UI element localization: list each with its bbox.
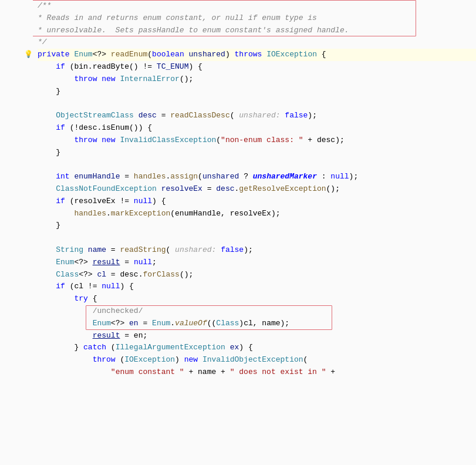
space5 [134,110,139,122]
end3: (); [326,183,340,196]
if1-close: ) { [188,61,202,73]
icon-slot-27 [23,318,33,330]
bulb-icon[interactable]: 💡 [24,49,33,60]
keyword-try: try [74,293,87,305]
indent17 [38,293,74,305]
end6: (); [180,269,193,281]
if4-content: (cl != [65,281,102,293]
space-t1 [97,73,102,86]
generic4: <?> [111,318,129,330]
var-result: result [93,257,120,269]
hint-unshared1: unshared: [239,110,280,122]
icon-slot-20 [23,232,33,244]
keyword-if1: if [56,61,65,73]
space14: ( [116,354,125,366]
paren6: ( [166,244,175,257]
cast-class: Class [216,318,239,330]
var-unsharedmarker: unsharedMarker [253,171,317,183]
close-brace4: } [74,342,83,354]
method-rs: readString [120,244,166,257]
type-osc: ObjectStreamClass [56,110,134,122]
type-enum3: Enum [93,318,111,330]
code-line-30: throw ( IOException ) new InvalidObjectE… [38,354,476,366]
end2: ); [349,171,359,183]
code-line-24: if (cl != null ) { [38,281,476,293]
concat3: + [326,366,336,379]
space15 [198,354,202,366]
icon-slot-15 [23,171,33,183]
code-line-2: * Reads in and returns enum constant, or… [38,12,476,25]
eq1: = [157,110,170,122]
method-rcd: readClassDesc [170,110,229,122]
type-enum: Enum [74,49,92,61]
code-line-13: } [38,147,476,159]
space2 [106,49,111,61]
space13 [225,342,230,354]
icon-slot-7 [23,73,33,86]
call1: (); [180,73,193,86]
code-line-26: /unchecked/ [38,305,476,318]
if3-close: ) { [152,196,166,208]
paren4: ( [216,134,221,147]
hint-unshared2: unshared: [175,244,216,257]
str-does-not: " does not exist in " [230,366,326,379]
icon-slot-18 [23,208,33,220]
indent7 [38,147,56,159]
keyword-throws: throws [235,49,262,61]
comment-line3: * unresolvable. Sets passHandle to enum … [38,25,349,37]
brace1: { [317,49,326,61]
type-class: Class [56,269,79,281]
space11 [83,244,88,257]
end5: ; [152,257,157,269]
indent6 [38,134,74,147]
indent14 [38,257,56,269]
var-cl: cl [97,269,106,281]
indent3 [38,86,56,98]
icon-slot-19 [23,220,33,232]
method-gre: getResolveException [239,183,326,196]
indent4 [38,110,56,122]
code-line-18: handles . markException (enumHandle, res… [38,208,476,220]
indent22 [38,354,93,366]
close-brace2: } [56,147,60,159]
end1: ); [308,110,317,122]
icon-slot-5[interactable]: 💡 [23,49,33,61]
concat1: + desc); [303,134,345,147]
generic3: <?> [79,269,97,281]
keyword-throw2: throw [74,134,97,147]
code-line-6: if (bin.readByte() != TC_ENUM ) { [38,61,476,73]
space3 [184,49,189,61]
var-resolveex: resolveEx [161,183,202,196]
dot3: . [106,208,111,220]
type-ioexception2: IOException [124,354,175,366]
if4-close: ) { [120,281,133,293]
space12 [216,244,221,257]
if3-content: (resolveEx != [65,196,134,208]
icon-slot-2 [23,12,33,25]
method-me: markException [111,208,170,220]
type-internalerror: InternalError [120,73,179,86]
icon-slot-12 [23,134,33,147]
type-enum4: Enum [152,318,170,330]
param-unshared: unshared [189,49,225,61]
keyword-throw3: throw [93,354,116,366]
paren2: ) [225,49,235,61]
type-ioe: InvalidObjectException [202,354,303,366]
space1 [70,49,75,61]
code-line-15: int enumHandle = handles . assign ( unsh… [38,171,476,183]
indent11 [38,208,74,220]
code-line-8: } [38,86,476,98]
kw-null2: null [134,196,152,208]
icon-slot-28 [23,330,33,342]
cast2: ) [175,354,184,366]
icon-slot-8 [23,86,33,98]
indent1 [38,61,56,73]
var-unshared2: unshared [202,171,239,183]
keyword-throw1: throw [74,73,97,86]
paren3: ( [230,110,239,122]
eq6: = desc. [106,269,143,281]
keyword-private: private [38,49,70,61]
annotation-unchecked: /unchecked/ [93,305,143,318]
kw-null4: null [102,281,120,293]
eq2: = [120,171,133,183]
